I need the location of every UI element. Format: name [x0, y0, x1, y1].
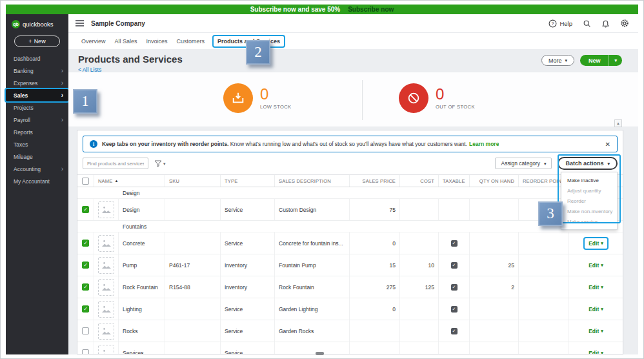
row-checkbox[interactable]: ✓ — [82, 305, 89, 313]
cell-sales-price — [350, 320, 400, 342]
chevron-right-icon: › — [61, 117, 63, 123]
row-checkbox[interactable]: ✓ — [82, 240, 89, 247]
col-header-name[interactable]: NAME▲ — [94, 175, 165, 187]
close-icon[interactable]: ✕ — [605, 141, 610, 148]
cell-select: ✓ — [77, 276, 94, 298]
hamburger-menu-icon[interactable] — [75, 20, 84, 26]
filter-button[interactable]: ▾ — [154, 160, 166, 167]
batch-actions-button[interactable]: Batch actions ▾ — [558, 157, 618, 170]
more-label: More — [548, 57, 562, 64]
company-name: Sample Company — [91, 20, 145, 27]
assign-category-button[interactable]: Assign category ▾ — [495, 158, 552, 169]
sidebar-item-mileage[interactable]: Mileage — [6, 150, 68, 163]
stat-card: 0 LOW STOCK — [223, 83, 291, 113]
edit-label: Edit — [589, 262, 599, 269]
tab-all-sales[interactable]: All Sales — [115, 38, 137, 45]
col-header-sku[interactable]: SKU — [165, 175, 221, 187]
col-header-sales-description[interactable]: SALES DESCRIPTION — [275, 175, 350, 187]
tab-invoices[interactable]: Invoices — [146, 38, 168, 45]
cell-type: Service — [221, 232, 275, 254]
sidebar-item-label: Dashboard — [14, 56, 41, 62]
cell-name: Services — [119, 342, 165, 354]
quickbooks-app-window: Subscribe now and save 50% Subscribe now… — [0, 0, 644, 359]
edit-label: Edit — [589, 328, 599, 334]
cell-reorder-point — [519, 320, 569, 342]
cell-taxable: ✓ — [439, 298, 470, 320]
more-button[interactable]: More ▾ — [541, 55, 574, 66]
sidebar-item-accounting[interactable]: Accounting› — [6, 163, 68, 175]
taxable-checked-icon: ✓ — [451, 328, 458, 334]
edit-button[interactable]: Edit▾ — [585, 238, 607, 249]
cell-taxable — [439, 199, 470, 220]
edit-button[interactable]: Edit▾ — [589, 350, 603, 355]
edit-button[interactable]: Edit▾ — [589, 284, 603, 291]
cell-image — [94, 254, 119, 276]
out-of-stock-count: 0 — [436, 87, 475, 102]
row-checkbox[interactable] — [82, 327, 89, 334]
caret-down-icon: ▾ — [609, 55, 622, 66]
horizontal-scrollbar-thumb[interactable] — [316, 352, 324, 355]
tab-customers[interactable]: Customers — [177, 38, 205, 45]
sidebar-item-expenses[interactable]: Expenses› — [6, 77, 68, 89]
col-header-qty-on-hand[interactable]: QTY ON HAND — [470, 175, 519, 187]
help-button[interactable]: ? Help — [548, 19, 572, 28]
col-header-taxable[interactable]: TAXABLE — [439, 175, 470, 187]
sidebar-item-banking[interactable]: Banking› — [6, 65, 68, 77]
photo-icon — [101, 205, 112, 214]
topbar: Sample Company ? Help — [68, 14, 638, 33]
subscribe-now-link[interactable]: Subscribe now — [348, 6, 394, 13]
quickbooks-logo-icon: qb — [12, 20, 20, 28]
cell-image — [94, 199, 119, 220]
settings-gear-icon[interactable] — [620, 19, 629, 28]
edit-button[interactable]: Edit▾ — [589, 328, 603, 334]
row-checkbox[interactable]: ✓ — [82, 283, 89, 291]
out-of-stock-icon — [399, 83, 428, 113]
low-stock-icon — [223, 83, 253, 113]
col-header-cost[interactable]: COST — [400, 175, 439, 187]
cell-reorder-point — [519, 254, 569, 276]
batch-menu-item-make-inactive[interactable]: Make inactive — [561, 175, 617, 185]
sidebar-item-label: Taxes — [14, 141, 28, 148]
tab-overview[interactable]: Overview — [81, 38, 106, 45]
cell-cost: 125 — [400, 276, 439, 298]
sidebar-item-payroll[interactable]: Payroll› — [6, 114, 68, 126]
cell-taxable — [439, 342, 470, 354]
cell-select: ✓ — [77, 232, 94, 254]
cell-sku — [165, 320, 221, 342]
sidebar-item-reports[interactable]: Reports — [6, 126, 68, 138]
learn-more-link[interactable]: Learn more — [469, 141, 499, 147]
col-header-sales-price[interactable]: SALES PRICE — [350, 175, 400, 187]
new-item-button[interactable]: New ▾ — [580, 55, 622, 66]
cell-sku — [165, 199, 221, 220]
sidebar-new-button[interactable]: + New — [14, 36, 60, 47]
sidebar-item-taxes[interactable]: Taxes — [6, 138, 68, 150]
page-title: Products and Services — [78, 54, 183, 65]
plus-icon: + — [28, 38, 32, 45]
cell-reorder-point — [519, 342, 569, 354]
row-checkbox[interactable] — [82, 349, 89, 354]
cell-sales-description: Concrete for fountain ins... — [275, 232, 350, 254]
cell-name: Concrete — [119, 232, 165, 254]
annotation-marker-1: 1 — [73, 89, 97, 114]
page-head: Products and Services < All Lists — [78, 54, 183, 73]
col-header-type[interactable]: TYPE — [221, 175, 275, 187]
sidebar-item-projects[interactable]: Projects — [6, 101, 68, 114]
search-icon[interactable] — [583, 19, 591, 28]
cell-sales-price — [350, 342, 400, 354]
notifications-bell-icon[interactable] — [601, 19, 610, 28]
select-all-checkbox[interactable] — [82, 178, 89, 185]
edit-button[interactable]: Edit▾ — [589, 262, 603, 269]
info-lead: Keep tabs on your inventory with reorder… — [102, 141, 228, 147]
row-checkbox[interactable]: ✓ — [82, 262, 89, 269]
cell-type: Inventory — [221, 276, 275, 298]
sidebar-item-dashboard[interactable]: Dashboard — [6, 52, 68, 65]
cell-actions: Edit▾ — [569, 320, 623, 342]
sidebar-item-my-accountant[interactable]: My Accountant — [6, 175, 68, 187]
edit-label: Edit — [589, 240, 599, 247]
caret-down-icon: ▾ — [601, 285, 603, 289]
scrollbar-up-button[interactable]: ▲ — [614, 119, 622, 127]
row-checkbox[interactable]: ✓ — [82, 206, 89, 213]
edit-button[interactable]: Edit▾ — [589, 306, 603, 313]
search-input[interactable] — [83, 158, 148, 169]
sidebar-item-sales[interactable]: Sales› — [6, 89, 68, 101]
